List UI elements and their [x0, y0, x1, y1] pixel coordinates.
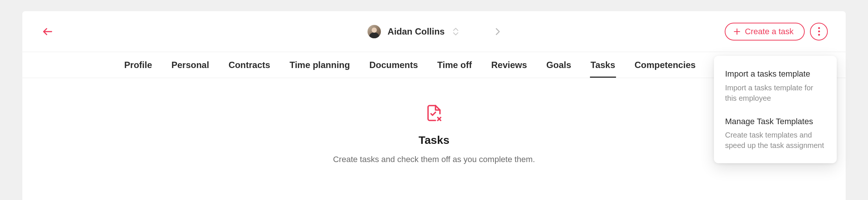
create-task-button[interactable]: Create a task [725, 23, 805, 41]
menu-item-desc: Create task templates and speed up the t… [725, 130, 826, 151]
more-actions-menu: Import a tasks template Import a tasks t… [714, 56, 837, 163]
menu-item-title: Import a tasks template [725, 68, 826, 80]
tab-reviews[interactable]: Reviews [491, 53, 528, 77]
more-vertical-icon [818, 27, 820, 36]
chevron-down-icon [453, 32, 459, 36]
menu-import-tasks-template[interactable]: Import a tasks template Import a tasks t… [714, 63, 837, 109]
chevron-right-icon [495, 28, 501, 36]
page-wrapper: Aidan Collins Create a task [0, 0, 868, 200]
tab-time-off[interactable]: Time off [437, 53, 473, 77]
tab-tasks[interactable]: Tasks [590, 53, 616, 77]
breadcrumb-next[interactable] [495, 28, 501, 36]
back-button[interactable] [40, 24, 55, 39]
menu-item-desc: Import a tasks template for this employe… [725, 83, 826, 103]
tab-contracts[interactable]: Contracts [228, 53, 271, 77]
tab-personal[interactable]: Personal [170, 53, 210, 77]
header-center: Aidan Collins [367, 25, 500, 38]
main-card: Aidan Collins Create a task [22, 11, 846, 200]
menu-item-title: Manage Task Templates [725, 116, 826, 127]
plus-icon [733, 28, 741, 36]
tab-profile[interactable]: Profile [124, 53, 153, 77]
user-name: Aidan Collins [387, 26, 444, 37]
tab-time-planning[interactable]: Time planning [289, 53, 351, 77]
menu-manage-task-templates[interactable]: Manage Task Templates Create task templa… [714, 111, 837, 156]
empty-state-subtitle: Create tasks and check them off as you c… [333, 153, 535, 165]
more-actions-button[interactable] [810, 23, 828, 41]
user-switcher[interactable] [453, 28, 459, 36]
tab-competencies[interactable]: Competencies [634, 53, 696, 77]
tab-documents[interactable]: Documents [368, 53, 419, 77]
arrow-left-icon [42, 26, 54, 38]
avatar [367, 25, 381, 38]
header-bar: Aidan Collins Create a task [22, 11, 846, 52]
create-task-label: Create a task [745, 27, 794, 36]
header-actions: Create a task [725, 23, 828, 41]
tab-goals[interactable]: Goals [546, 53, 572, 77]
chevron-up-icon [453, 28, 459, 31]
empty-state-title: Tasks [419, 134, 450, 146]
tasks-empty-icon [425, 104, 443, 123]
